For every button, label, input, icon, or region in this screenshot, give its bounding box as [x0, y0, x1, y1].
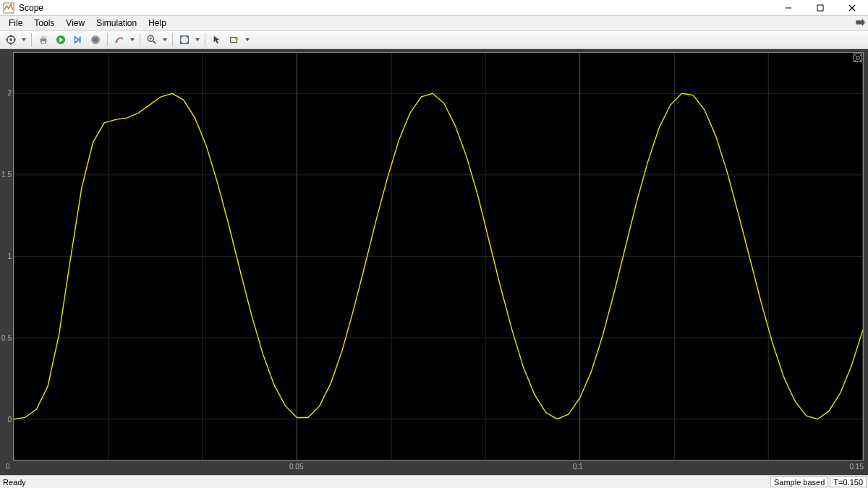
highlight-button[interactable] — [111, 32, 127, 48]
x-tick-label: 0.05 — [289, 463, 303, 471]
status-mode: Sample based — [770, 476, 828, 487]
toolbar-separator — [205, 33, 205, 46]
minimize-button[interactable] — [773, 0, 804, 16]
highlight-dropdown[interactable] — [129, 32, 136, 48]
pin-icon[interactable] — [855, 17, 865, 27]
svg-line-23 — [153, 41, 156, 44]
svg-rect-13 — [41, 41, 45, 44]
status-time: T=0.150 — [830, 476, 867, 487]
zoom-button[interactable] — [144, 32, 160, 48]
toolbar-separator — [107, 33, 108, 46]
plot-area[interactable] — [13, 52, 864, 461]
menu-help[interactable]: Help — [142, 17, 172, 30]
svg-point-20 — [116, 40, 118, 43]
svg-rect-26 — [181, 36, 189, 44]
svg-marker-16 — [75, 37, 79, 43]
menubar: File Tools View Simulation Help — [0, 16, 868, 30]
y-tick-label: 2 — [1, 89, 12, 97]
toolbar-separator — [140, 33, 140, 46]
y-tick-label: 1 — [1, 252, 12, 260]
configure-button[interactable] — [3, 32, 19, 48]
menu-file[interactable]: File — [3, 17, 28, 30]
cursor-button[interactable] — [209, 32, 225, 48]
svg-rect-19 — [93, 38, 97, 41]
y-tick-label: 1.5 — [1, 171, 12, 179]
svg-rect-2 — [817, 5, 823, 11]
zoom-dropdown[interactable] — [161, 32, 169, 48]
x-tick-label: 0.1 — [573, 463, 583, 471]
window-title: Scope — [19, 3, 43, 13]
autoscale-button[interactable] — [176, 32, 192, 48]
svg-point-21 — [121, 38, 123, 40]
menu-tools[interactable]: Tools — [28, 17, 60, 30]
titlebar: Scope — [0, 0, 868, 16]
close-button[interactable] — [836, 0, 868, 16]
step-forward-button[interactable] — [70, 32, 86, 48]
toolbar-separator — [172, 33, 173, 46]
statusbar: Ready Sample based T=0.150 — [0, 475, 868, 488]
expand-icon[interactable] — [854, 53, 862, 62]
menu-simulation[interactable]: Simulation — [90, 17, 142, 30]
scope-panel: 00.511.5200.050.10.15 — [0, 49, 868, 475]
app-icon — [3, 2, 14, 14]
menu-view[interactable]: View — [60, 17, 90, 30]
svg-rect-29 — [856, 56, 859, 59]
run-button[interactable] — [53, 32, 69, 48]
status-ready: Ready — [1, 478, 769, 487]
y-tick-label: 0.5 — [1, 334, 12, 342]
toolbar — [0, 30, 868, 49]
toolbar-separator — [31, 33, 32, 46]
annotate-dropdown[interactable] — [244, 32, 251, 48]
print-button[interactable] — [35, 32, 51, 48]
autoscale-dropdown[interactable] — [194, 32, 201, 48]
x-tick-label: 0.15 — [850, 463, 864, 471]
maximize-button[interactable] — [804, 0, 836, 16]
y-tick-label: 0 — [1, 416, 12, 424]
stop-button[interactable] — [88, 32, 103, 48]
annotate-button[interactable] — [226, 32, 242, 48]
configure-dropdown[interactable] — [20, 32, 27, 48]
svg-rect-12 — [41, 36, 45, 39]
x-tick-label: 0 — [6, 463, 10, 471]
svg-point-6 — [9, 38, 12, 41]
